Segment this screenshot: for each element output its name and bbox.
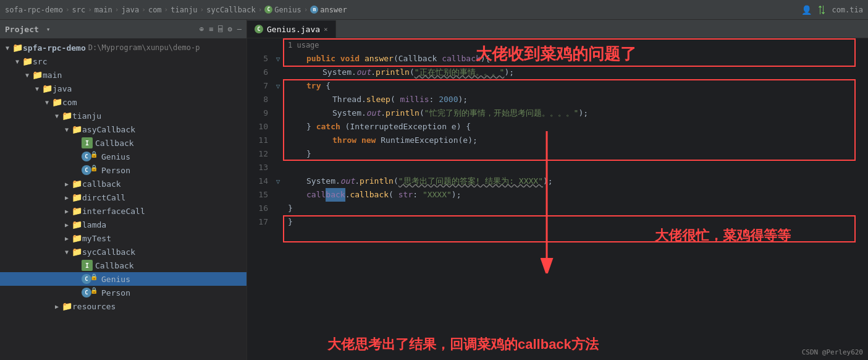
tab-icon-genius: C (255, 25, 263, 33)
sidebar-tree: ▼ 📁 spfa-rpc-demo D:\Myprogram\xunpu\dem… (0, 38, 246, 360)
breadcrumb-answer[interactable]: answer (320, 6, 347, 14)
breadcrumb-java[interactable]: java (121, 6, 139, 14)
tab-genius-java[interactable]: C Genius.java × (247, 20, 336, 38)
sep5: › (200, 6, 204, 14)
ie-10: InterruptedException (350, 120, 447, 134)
sidebar-icons: ⊕ ≡ ⌸ ⚙ — (200, 25, 242, 33)
tree-item-lamda[interactable]: ▶ 📁 lamda (0, 218, 246, 231)
tree-item-root[interactable]: ▼ 📁 spfa-rpc-demo D:\Myprogram\xunpu\dem… (0, 41, 246, 54)
str-9: "忙完了别的事情，开始思考问题。。。。" (424, 106, 579, 120)
folder-icon-java: 📁 (42, 84, 53, 93)
gutter-17 (273, 215, 283, 229)
sidebar-icon-locate[interactable]: ⊕ (200, 25, 204, 33)
folder-icon-com: 📁 (52, 97, 62, 107)
label-com: com (62, 98, 77, 107)
project-dropdown[interactable]: ▾ (46, 25, 51, 33)
out-9: out (366, 106, 381, 120)
arrow-syccallback: ▼ (62, 249, 72, 255)
p15-1: ( (389, 188, 398, 202)
breadcrumb-syccallback[interactable]: sycCallback (206, 6, 255, 14)
cb-method-15: callback (350, 188, 389, 202)
folder-icon-callback: 📁 (72, 179, 82, 189)
sidebar-icon-list[interactable]: ≡ (209, 25, 213, 33)
code-line-12: } (288, 147, 868, 161)
label-callback2: Callback (95, 261, 134, 270)
ln-6: 6 (247, 66, 268, 79)
gutter-14[interactable]: ▽ (273, 174, 283, 188)
p2: ); (504, 66, 514, 79)
tree-item-person1[interactable]: C 🔒 Person (0, 163, 246, 177)
gutter-7[interactable]: ▽ (273, 79, 283, 93)
git-icon[interactable]: ⮁ (817, 4, 827, 15)
space2 (360, 52, 364, 66)
tree-item-callback-folder[interactable]: ▶ 📁 callback (0, 177, 246, 191)
code-line-6: System . out . println ( "正在忙别的事情。。。" ); (288, 66, 868, 79)
ln-16: 16 (247, 202, 268, 215)
str-14: "思考出了问题的答案! 结果为: XXXX" (398, 174, 543, 188)
sidebar-icon-settings[interactable]: ⚙ (228, 25, 232, 33)
label-person1: Person (101, 166, 130, 175)
p14-1: ( (394, 174, 398, 188)
sep2: › (115, 6, 119, 14)
tree-item-person2[interactable]: C 🔒 Person (0, 286, 246, 299)
str-6: "正在忙别的事情。。。" (415, 66, 505, 79)
dot-14-2: . (355, 174, 360, 188)
breadcrumb-genius[interactable]: Genius (274, 6, 301, 14)
gutter-5[interactable]: ▽ (273, 52, 283, 66)
label-mytest: myTest (82, 234, 111, 243)
tree-item-java[interactable]: ▼ 📁 java (0, 82, 246, 95)
thread-8: Thread (332, 93, 361, 106)
gutter-6 (273, 66, 283, 79)
tree-item-callback1[interactable]: I Callback (0, 136, 246, 150)
label-interfacecall: interfaceCall (82, 207, 145, 216)
dot-t1: . (361, 93, 366, 106)
folder-icon-main: 📁 (32, 70, 43, 80)
tree-item-mytest[interactable]: ▶ 📁 myTest (0, 231, 246, 245)
arrow-root: ▼ (2, 45, 12, 51)
p1: ( (410, 66, 415, 79)
fold-icon-5: ▽ (276, 55, 280, 63)
sys-9: System (332, 106, 361, 120)
code-line-17: } (288, 215, 868, 229)
tree-item-callback2[interactable]: I Callback (0, 259, 246, 272)
line-numbers: 5 6 7 8 9 10 11 12 13 14 15 16 17 (247, 38, 273, 360)
sep6: › (258, 6, 263, 14)
tree-item-main[interactable]: ▼ 📁 main (0, 68, 246, 82)
user-icon[interactable]: 👤 (801, 5, 812, 15)
tree-item-genius1[interactable]: C 🔒 Genius (0, 150, 246, 163)
tree-item-tianju[interactable]: ▼ 📁 tianju (0, 109, 246, 122)
brace-10: } (306, 120, 316, 134)
tab-label: Genius.java (267, 25, 320, 34)
interface-icon-callback2: I (82, 260, 93, 271)
tree-item-syccallback[interactable]: ▼ 📁 sycCallback (0, 245, 246, 259)
top-bar-right: 👤 ⮁ com.tia (801, 4, 863, 15)
sidebar-icon-minimize[interactable]: — (237, 25, 242, 33)
class-overlay2: 🔒 (90, 273, 98, 280)
run-config-text[interactable]: com.tia (832, 6, 863, 14)
code-line-8: Thread . sleep ( millis : 2000 ); (288, 93, 868, 106)
code-line-13 (288, 161, 868, 174)
tree-item-asycallback[interactable]: ▼ 📁 asyCallback (0, 122, 246, 136)
arrow-mytest: ▶ (62, 235, 72, 242)
breadcrumb-tianju[interactable]: tianju (171, 6, 197, 14)
code-line-16: } (288, 202, 868, 215)
out-6: out (356, 66, 371, 79)
breadcrumb-src[interactable]: src (72, 6, 86, 14)
tab-close-genius[interactable]: × (324, 25, 328, 33)
tree-item-genius2[interactable]: C 🔒 Genius (0, 272, 246, 286)
arrow-lamda: ▶ (62, 221, 72, 228)
tree-item-interfacecall[interactable]: ▶ 📁 interfaceCall (0, 204, 246, 218)
tree-item-dirctcall[interactable]: ▶ 📁 dirctCall (0, 191, 246, 204)
sidebar-icon-diff[interactable]: ⌸ (218, 25, 222, 33)
breadcrumb-main[interactable]: main (95, 6, 112, 14)
sep1: › (88, 6, 92, 14)
tree-item-resources[interactable]: ▶ 📁 resources (0, 299, 246, 313)
tree-item-src[interactable]: ▼ 📁 src (0, 54, 246, 68)
breadcrumb-sofa[interactable]: sofa-rpc-demo (5, 6, 63, 14)
paren1: ( (394, 52, 398, 66)
class-overlay1: 🔒 (90, 151, 98, 158)
code-content[interactable]: 1 usage public void answer ( Callback ca… (283, 38, 868, 360)
brace-17: } (288, 215, 293, 229)
tree-item-com[interactable]: ▼ 📁 com (0, 95, 246, 109)
breadcrumb-com[interactable]: com (148, 6, 162, 14)
